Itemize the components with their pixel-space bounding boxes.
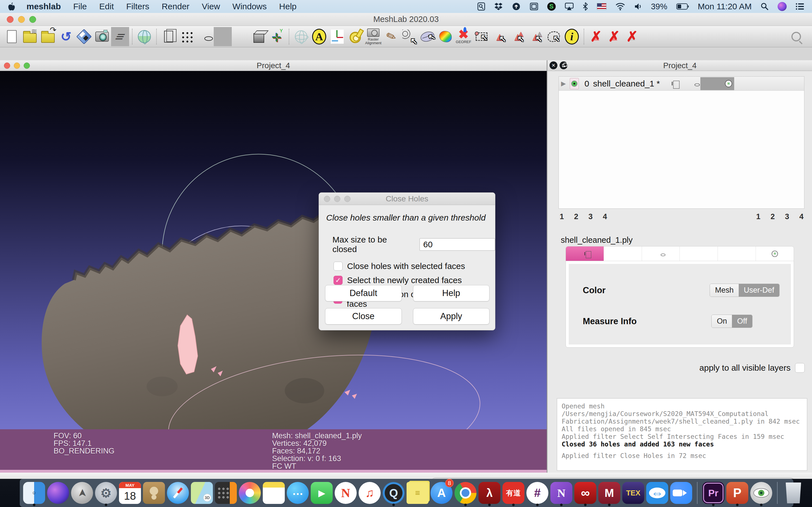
project-close-button[interactable] <box>4 62 10 69</box>
dock-siri-icon[interactable] <box>47 480 70 506</box>
dialog-zoom-button[interactable] <box>344 196 350 202</box>
show-trackball-icon[interactable] <box>292 27 310 46</box>
tab-redcyl[interactable] <box>718 246 756 261</box>
layer-render-greensphere-icon[interactable]: ✳ <box>723 77 734 90</box>
layer-render-bluecyl-icon[interactable] <box>700 77 712 90</box>
window-manager-icon[interactable] <box>530 3 538 10</box>
menu-item-windows[interactable]: Windows <box>232 2 267 11</box>
backup-cloud-icon[interactable] <box>512 2 521 11</box>
dock-powerpoint-icon[interactable]: P <box>726 480 749 506</box>
menu-item-file[interactable]: File <box>73 2 87 11</box>
tab-box[interactable] <box>566 246 604 261</box>
dock-chrome-icon[interactable] <box>454 480 477 506</box>
apply-button[interactable]: Apply <box>413 308 490 325</box>
dialog-minimize-button[interactable] <box>334 196 340 202</box>
dock-photos-icon[interactable] <box>238 480 261 506</box>
shottr-icon[interactable]: S <box>547 2 556 11</box>
show-axis-widget-icon[interactable] <box>328 27 346 46</box>
volume-icon[interactable] <box>634 3 642 10</box>
select-vertices-rect-icon[interactable] <box>472 27 491 46</box>
dock-slack-icon[interactable]: # <box>526 480 549 506</box>
dock-app-store-icon[interactable]: A8 <box>430 480 453 506</box>
dock-calculator-icon[interactable] <box>214 480 238 506</box>
minimize-window-button[interactable] <box>18 16 25 23</box>
project-zoom-button[interactable] <box>24 62 30 69</box>
log-output[interactable]: Opened mesh /Users/mengjia/Coursework/S2… <box>557 398 807 471</box>
layer-render-points-icon[interactable] <box>678 77 689 90</box>
dock-stickies-icon[interactable]: ≡ <box>406 480 429 506</box>
panel-float-icon[interactable] <box>560 61 567 69</box>
select-lasso-icon[interactable] <box>545 27 563 46</box>
dock-tex-icon[interactable]: TEX <box>622 480 645 506</box>
menu-item-view[interactable]: View <box>202 2 220 11</box>
apply-all-layers-checkbox[interactable] <box>795 363 805 373</box>
dropbox-icon[interactable] <box>494 3 503 10</box>
apple-menu-icon[interactable] <box>8 2 15 11</box>
select-faces-icon[interactable]: ▲ <box>491 27 509 46</box>
project-minimize-button[interactable] <box>14 62 20 69</box>
battery-icon[interactable] <box>676 3 689 10</box>
select-faces-rect-icon[interactable]: ▲ <box>509 27 527 46</box>
siri-icon[interactable] <box>777 2 786 11</box>
render-points-icon[interactable] <box>177 27 196 46</box>
raster-alignment-icon[interactable]: Raster Alignment <box>364 27 382 46</box>
show-background-icon[interactable] <box>135 27 153 46</box>
layer-row[interactable]: ▶ 0 shell_cleaned_1 * ✳ <box>559 76 804 91</box>
bluetooth-icon[interactable] <box>583 2 588 11</box>
dock-music-icon[interactable]: ♫ <box>358 480 381 506</box>
dock-trash-icon[interactable] <box>782 480 805 506</box>
notification-center-icon[interactable] <box>796 3 804 10</box>
layer-name[interactable]: shell_cleaned_1 * <box>593 79 660 89</box>
zoom-window-button[interactable] <box>29 16 36 23</box>
delete-selected-faces-vertices-icon[interactable]: ✗ <box>623 27 641 46</box>
measure-option-on[interactable]: On <box>712 315 732 328</box>
checkbox-unchecked[interactable] <box>334 262 343 271</box>
dock-creative-cloud-icon[interactable]: ∞ <box>574 480 597 506</box>
point-picking-icon[interactable] <box>400 27 418 46</box>
render-wireframe-icon[interactable] <box>196 27 214 46</box>
dock-notes-icon[interactable] <box>262 480 285 506</box>
reload-mesh-icon[interactable]: ↺ <box>57 27 75 46</box>
dock-launchpad-icon[interactable]: ➤ <box>70 480 94 506</box>
show-axes-icon[interactable] <box>268 27 286 46</box>
measure-option-off[interactable]: Off <box>732 315 752 328</box>
dock-system-preferences-icon[interactable]: ⚙ <box>94 480 117 506</box>
close-button[interactable]: Close <box>325 308 402 325</box>
preview-icon[interactable] <box>477 2 485 11</box>
checkbox-checked[interactable]: ✓ <box>334 276 343 285</box>
dock-facetime-icon[interactable]: ▶ <box>310 480 333 506</box>
ambient-light-icon[interactable]: A <box>310 27 328 46</box>
delete-selected-faces-icon[interactable]: ✗ <box>605 27 623 46</box>
spotlight-icon[interactable] <box>761 3 769 10</box>
dock-safari-icon[interactable] <box>166 480 190 506</box>
dock-teamviewer-icon[interactable]: ⇔ <box>646 480 669 506</box>
dock-messages-icon[interactable]: … <box>286 480 309 506</box>
dock-notion-icon[interactable]: N <box>550 480 573 506</box>
show-info-pane-icon[interactable]: i <box>563 27 581 46</box>
tab-greensphere[interactable]: ✳ <box>756 246 794 261</box>
layer-render-box-icon[interactable] <box>666 77 678 90</box>
dock-mendeley-icon[interactable]: M <box>598 480 621 506</box>
dock-youdao-dictionary-icon[interactable]: 有道 <box>502 480 525 506</box>
dock-maps-icon[interactable] <box>190 480 213 506</box>
render-bbox-icon[interactable] <box>160 27 177 46</box>
show-layer-dialog-icon[interactable]: ≡ <box>111 27 129 46</box>
dock-meshlab-app-icon[interactable] <box>750 480 773 506</box>
snapshot-icon[interactable] <box>93 27 111 46</box>
disclosure-triangle-icon[interactable]: ▶ <box>561 80 566 87</box>
layer-render-wirecyl-icon[interactable] <box>689 77 700 90</box>
menu-item-edit[interactable]: Edit <box>99 2 114 11</box>
import-mesh-icon[interactable] <box>39 27 57 46</box>
search-filter-icon[interactable] <box>787 27 805 46</box>
dock-news-icon[interactable]: N <box>334 480 357 506</box>
tab-wirecyl[interactable] <box>642 246 680 261</box>
menu-item-help[interactable]: Help <box>279 2 297 11</box>
dock-calendar-icon[interactable]: MAY18 <box>118 480 142 506</box>
dialog-close-button[interactable] <box>324 196 330 202</box>
menu-item-meshlab[interactable]: meshlab <box>27 2 61 11</box>
menu-clock[interactable]: Mon 11:20 AM <box>698 2 752 11</box>
dock-quicktime-icon[interactable]: Q <box>382 480 405 506</box>
color-option-userdef[interactable]: User-Def <box>739 284 779 297</box>
save-project-icon[interactable] <box>75 27 93 46</box>
layer-render-redcyl-icon[interactable] <box>712 77 723 90</box>
